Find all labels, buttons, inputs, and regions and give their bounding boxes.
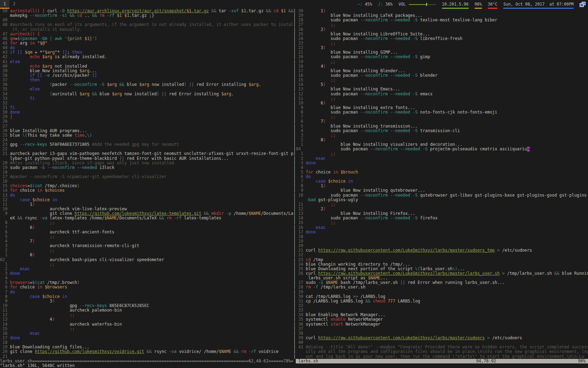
editor-line[interactable]: 28 — [0, 119, 293, 124]
editor-line[interactable]: out and log back in as your new user, th… — [296, 354, 588, 359]
editor-line[interactable]: 27 — [0, 124, 293, 129]
editor-line[interactable]: 9 blue Now installing qutebrowser... — [296, 188, 588, 193]
editor-line[interactable]: 7 case $choice in — [296, 179, 588, 184]
editor-line[interactable]: 9 3) — [0, 299, 293, 304]
editor-line[interactable]: 1 ;; — [296, 151, 588, 156]
editor-line[interactable]: 17 done — [0, 336, 293, 340]
editor-line[interactable]: 37 — [296, 327, 588, 331]
editor-line[interactable]: 13 blue Now installing Emacs... — [296, 87, 588, 91]
editor-line[interactable]: 2 ;; — [0, 248, 293, 253]
editor-line[interactable]: 18 — [296, 234, 588, 239]
editor-line[interactable]: 18 4) — [296, 64, 588, 69]
editor-line[interactable]: 24 — [0, 138, 293, 142]
editor-line[interactable]: eX && rsync -va latex-templates /home/$N… — [0, 216, 293, 220]
editor-line[interactable]: 6 aurcheck ttf-ancient-fonts — [0, 230, 293, 234]
editor-line[interactable]: 16 esac — [296, 225, 588, 230]
editor-line[interactable]: 18 — [0, 170, 293, 175]
editor-line[interactable]: 19 ;; — [296, 60, 588, 64]
editor-line[interactable]: 31 cp /LARBS.log LARBS.log && chmod 777 … — [296, 299, 588, 304]
editor-line[interactable]: 46 qm=$(pacman -Qm | awk '{print $1}') — [0, 36, 293, 41]
editor-line[interactable]: 33 fi — [0, 96, 293, 101]
editor-line[interactable]: 19 — [296, 239, 588, 244]
editor-line[interactable]: 45 for arg in "$@" — [0, 41, 293, 46]
editor-line[interactable]: 11 ;; — [296, 96, 588, 101]
editor-line[interactable]: 48 #aurcheck runs on each of its argumen… — [0, 22, 293, 27]
editor-line[interactable]: 19 sudo pacman -S --noconfirm --needed i… — [0, 165, 293, 170]
editor-line[interactable]: 38 if [[ -e /usr/bin/packer ]] — [0, 73, 293, 78]
display-window-icon[interactable] — [580, 2, 586, 7]
editor-line[interactable]: 38 — [296, 331, 588, 336]
vim-vertical-separator[interactable]: ||||||||||||||||||||||||||||||||||||||||… — [293, 9, 296, 359]
editor-line[interactable]: 2 esac — [296, 156, 588, 161]
editor-line[interactable]: 1 8) — [0, 253, 293, 257]
editor-line[interactable]: 40 — [296, 340, 588, 345]
editor-line[interactable]: 62 aurcheck bash-pipes cli-visualizer sp… — [0, 258, 293, 262]
editor-line[interactable]: 20 #Also installing i3lock, since i3-gap… — [0, 161, 293, 165]
editor-line[interactable]: 36 systemctl start NetworkManager — [296, 322, 588, 327]
editor-line[interactable]: 10 sudo pacman --noconfirm --needed -S q… — [296, 193, 588, 198]
editor-line[interactable]: 4 sudo pacman --noconfirm --needed -S tr… — [296, 129, 588, 133]
editor-line[interactable]: 11 aurcheck palemoon-bin — [0, 308, 293, 313]
editor-line[interactable]: 5 ;; — [0, 234, 293, 239]
editor-line[interactable]: 14 5) — [296, 82, 588, 87]
editor-line[interactable]: 7 ;; — [296, 115, 588, 119]
editor-line[interactable]: 18 — [0, 340, 293, 345]
editor-line[interactable]: 34 blue Enabling Network Manager... — [296, 313, 588, 317]
editor-line[interactable]: 13 blue Now installing Firefox... — [296, 211, 588, 216]
editor-line[interactable]: 30 1) — [296, 9, 588, 13]
editor-line[interactable]: 41 #dialog --title "All done!" --msgbox … — [296, 345, 588, 349]
editor-line[interactable]: 25 blue \(This may take some time.\) — [0, 133, 293, 138]
editor-line[interactable]: 28 rm -f /tmp/larbs_user.sh — [296, 285, 588, 289]
editor-line[interactable]: it, or installs it manually. — [0, 27, 293, 32]
editor-line[interactable]: 3 done — [296, 161, 588, 165]
editor-line[interactable]: 17 blue Now installing Blender... — [296, 69, 588, 73]
editor-line[interactable]: 8 1) — [296, 184, 588, 188]
editor-line[interactable]: 6 7) — [296, 119, 588, 124]
editor-line[interactable]: 16 sudo pacman --noconfirm --needed -S b… — [296, 73, 588, 78]
editor-line[interactable]: 21 blue Now installing GIMP... — [296, 50, 588, 55]
editor-line[interactable]: 5 browsers=$(cat /tmp/.browch) — [0, 280, 293, 285]
editor-line[interactable]: -bad gst-plugins-ugly — [296, 198, 588, 202]
editor-line[interactable]: makepkg --noconfirm -si && cd .. && rm -… — [0, 13, 293, 18]
editor-line[interactable]: 30 done — [0, 110, 293, 115]
workspace-button-1[interactable]: 1 — [0, 0, 9, 9]
editor-line[interactable]: 11 1) — [0, 202, 293, 207]
editor-line[interactable]: 2 8) — [296, 138, 588, 142]
editor-line[interactable]: 50 aurinstall() { curl -O https://aur.ar… — [0, 9, 293, 13]
editor-line[interactable]: 15 choices=$(cat /tmp/.choices) — [0, 184, 293, 188]
editor-line[interactable]: 29 — [296, 290, 588, 294]
editor-line[interactable]: 30 cat /tmp/LARBS.log >> /LARBS.log — [296, 294, 588, 299]
editor-line[interactable]: 10 6) — [296, 101, 588, 105]
editor-line[interactable]: 39 blue Now installing $arg... — [0, 69, 293, 73]
editor-line[interactable]: 10 aurcheck vim-live-latex-preview — [0, 207, 293, 211]
editor-line[interactable]: 13 4) — [0, 317, 293, 322]
editor-line[interactable]: 1 blue Now installing visualizers and de… — [296, 142, 588, 147]
editor-line[interactable]: 94 sudo pacman --noconfirm --needed -S p… — [296, 147, 588, 151]
editor-line[interactable]: 32 — [296, 304, 588, 308]
editor-line[interactable]: 22 — [296, 253, 588, 257]
editor-line[interactable]: 20 sudo pacman --noconfirm --needed -S g… — [296, 55, 588, 59]
editor-line[interactable]: 15 ;; — [0, 327, 293, 331]
editor-line[interactable]: 3 aurcheck transmission-remote-cli-git — [0, 244, 293, 248]
editor-line[interactable]: 12 sudo pacman --noconfirm --needed -S e… — [296, 92, 588, 96]
editor-line[interactable]: 21 — [0, 354, 293, 359]
volume-slider[interactable] — [409, 0, 436, 9]
editor-line[interactable]: 33 — [296, 308, 588, 313]
editor-line[interactable]: 26 blue Installing AUR programs... — [0, 129, 293, 133]
editor-line[interactable]: 2 esac — [0, 267, 293, 271]
vim-right-pane-larbs-sh[interactable]: 30 1) 29 blue Now installing LaTeX packa… — [296, 9, 588, 359]
editor-line[interactable]: 9 blue Now installing extra fonts... — [296, 105, 588, 110]
editor-line[interactable]: 44 do — [0, 46, 293, 50]
editor-line[interactable]: lybar-git python-pywal xfce-theme-blackb… — [0, 156, 293, 161]
editor-line[interactable]: larbs_user.sh script as $NAME... — [296, 276, 588, 280]
editor-line[interactable]: 6 for choice in $browsers — [0, 285, 293, 289]
editor-line[interactable]: 29 } — [0, 115, 293, 119]
editor-line[interactable]: 42 echo $arg is already installed. — [0, 55, 293, 59]
editor-line[interactable]: 21 aurcheck packer i3-gaps vim-pathogen … — [0, 151, 293, 156]
editor-line[interactable]: 49 — [0, 18, 293, 22]
editor-line[interactable]: 12 case $choice in — [0, 198, 293, 202]
editor-line[interactable]: 7 6) — [0, 225, 293, 230]
editor-line[interactable]: 31 fi — [0, 105, 293, 110]
editor-line[interactable]: 6 do — [296, 175, 588, 179]
editor-line[interactable]: 19 blue Downloading config files... — [0, 345, 293, 349]
